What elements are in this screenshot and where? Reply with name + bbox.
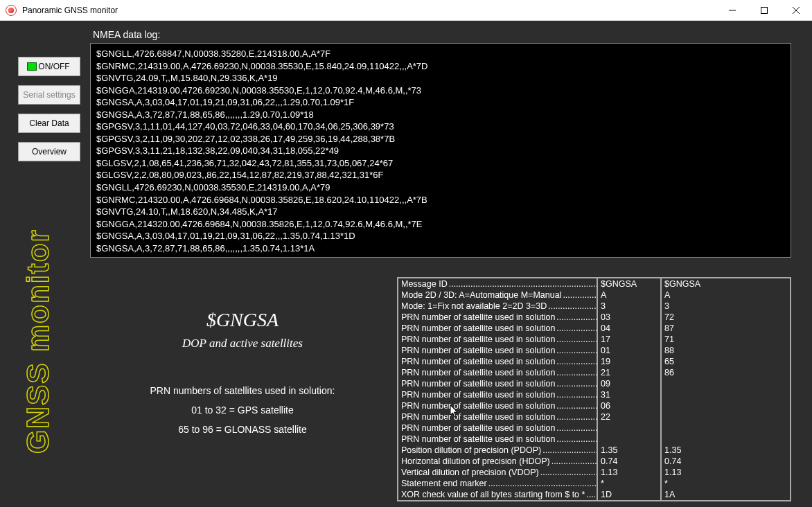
field-value-2: *	[662, 478, 790, 489]
field-value-1	[598, 434, 662, 445]
table-row: PRN number of satellite used in solution…	[398, 434, 790, 445]
window-title: Panoramic GNSS monitor	[22, 6, 118, 15]
table-row: PRN number of satellite used in solution…	[398, 312, 790, 323]
onoff-button[interactable]: ON/OFF	[18, 57, 80, 76]
field-value-2	[662, 389, 790, 400]
field-value-2	[662, 378, 790, 389]
leader-dots: ........................................…	[555, 423, 597, 434]
field-label-text: PRN number of satellite used in solution	[401, 411, 555, 423]
table-row: Mode 2D / 3D: A=Automatique M=Manual ...…	[398, 290, 790, 301]
message-fields-table: Message ID .............................…	[397, 277, 791, 501]
field-value-1: 03	[598, 312, 662, 323]
field-value-1: 1.13	[598, 467, 662, 478]
table-row: PRN number of satellite used in solution…	[398, 356, 790, 367]
leader-dots: ........................................…	[547, 301, 597, 312]
side-button-panel: ON/OFF Serial settings Clear Data Overvi…	[18, 57, 80, 161]
clear-data-label: Clear Data	[29, 118, 69, 128]
table-row: PRN number of satellite used in solution…	[398, 367, 790, 378]
window-titlebar: Panoramic GNSS monitor	[0, 0, 812, 21]
field-label-cell: PRN number of satellite used in solution…	[398, 323, 598, 334]
field-label-cell: XOR check value of all bytes starting fr…	[398, 489, 598, 500]
field-value-1: A	[598, 290, 662, 301]
field-value-2	[662, 434, 790, 445]
field-label-text: PRN number of satellite used in solution	[401, 334, 555, 345]
field-label-text: PRN number of satellite used in solution	[401, 378, 555, 389]
field-value-1: 19	[598, 356, 662, 367]
field-value-2: 86	[662, 367, 790, 378]
field-value-1: 09	[598, 378, 662, 389]
field-label-text: Mode: 1=Fix not available 2=2D 3=3D	[401, 301, 547, 312]
field-label-text: PRN number of satellite used in solution	[401, 389, 555, 400]
field-label-text: PRN number of satellite used in solution	[401, 323, 555, 334]
field-value-1: 1.35	[598, 445, 662, 456]
field-label-text: PRN number of satellite used in solution	[401, 345, 555, 356]
leader-dots: ........................................…	[539, 467, 597, 478]
table-row: PRN number of satellite used in solution…	[398, 334, 790, 345]
prn-note-block: PRN numbers of satellites used in soluti…	[104, 381, 381, 439]
field-label-text: Mode 2D / 3D: A=Automatique M=Manual	[401, 290, 561, 301]
field-value-2: 3	[662, 301, 790, 312]
field-value-2	[662, 411, 790, 423]
field-label-text: Position dilution of precision (PDOP)	[401, 445, 541, 456]
leader-dots: ........................................…	[555, 389, 597, 400]
nmea-log-section: NMEA data log: $GNGLL,4726.68847,N,00038…	[90, 29, 791, 258]
leader-dots: ........................................…	[555, 312, 597, 323]
app-body: ON/OFF Serial settings Clear Data Overvi…	[0, 21, 812, 507]
overview-label: Overview	[32, 147, 67, 157]
field-value-2: 1.35	[662, 445, 790, 456]
table-row: PRN number of satellite used in solution…	[398, 323, 790, 334]
serial-settings-button[interactable]: Serial settings	[18, 85, 80, 105]
field-value-2: A	[662, 290, 790, 301]
table-row: XOR check value of all bytes starting fr…	[398, 489, 790, 500]
window-close-button[interactable]	[780, 0, 812, 21]
table-row: PRN number of satellite used in solution…	[398, 400, 790, 411]
window-minimize-button[interactable]	[716, 0, 748, 21]
leader-dots: ........................................…	[555, 323, 597, 334]
table-row: Vertical dilution of precision (VDOP) ..…	[398, 467, 790, 478]
message-id-heading: $GNGSA	[104, 309, 381, 331]
leader-dots: ........................................…	[550, 456, 597, 467]
field-label-cell: PRN number of satellite used in solution…	[398, 434, 598, 445]
leader-dots: ........................................…	[555, 434, 597, 445]
field-label-cell: PRN number of satellite used in solution…	[398, 356, 598, 367]
field-label-cell: Statement end marker ...................…	[398, 478, 598, 489]
leader-dots: ........................................…	[555, 400, 597, 411]
field-label-cell: PRN number of satellite used in solution…	[398, 312, 598, 323]
field-label-text: PRN number of satellite used in solution	[401, 400, 555, 411]
onoff-label: ON/OFF	[38, 62, 69, 71]
app-icon	[6, 5, 17, 16]
serial-settings-label: Serial settings	[23, 90, 75, 100]
field-label-cell: PRN number of satellite used in solution…	[398, 389, 598, 400]
field-label-cell: PRN number of satellite used in solution…	[398, 367, 598, 378]
leader-dots: ........................................…	[561, 290, 597, 301]
field-label-text: PRN number of satellite used in solution	[401, 312, 555, 323]
message-description: DOP and active satellites	[104, 337, 381, 350]
field-value-2	[662, 400, 790, 411]
table-row: Statement end marker ...................…	[398, 478, 790, 489]
field-label-cell: PRN number of satellite used in solution…	[398, 334, 598, 345]
overview-button[interactable]: Overview	[18, 142, 80, 161]
field-label-cell: PRN number of satellite used in solution…	[398, 411, 598, 423]
field-label-text: Message ID	[401, 278, 448, 290]
field-value-1: 3	[598, 301, 662, 312]
table-row: Message ID .............................…	[398, 278, 790, 290]
field-value-1: 0.74	[598, 456, 662, 467]
table-row: Position dilution of precision (PDOP) ..…	[398, 445, 790, 456]
field-value-1: 22	[598, 411, 662, 423]
field-label-text: Statement end marker	[401, 478, 487, 489]
leader-dots: ........................................…	[555, 411, 597, 423]
field-value-1: 04	[598, 323, 662, 334]
prn-note-title: PRN numbers of satellites used in soluti…	[104, 381, 381, 400]
nmea-log-textarea[interactable]: $GNGLL,4726.68847,N,00038.35280,E,214318…	[90, 43, 791, 258]
field-label-text: XOR check value of all bytes starting fr…	[401, 489, 585, 500]
leader-dots: ........................................…	[448, 278, 597, 290]
window-maximize-button[interactable]	[748, 0, 780, 21]
field-value-2: 87	[662, 323, 790, 334]
field-value-1: $GNGSA	[598, 278, 662, 290]
leader-dots: ........................................…	[585, 489, 597, 500]
field-value-1: 21	[598, 367, 662, 378]
clear-data-button[interactable]: Clear Data	[18, 114, 80, 133]
leader-dots: ........................................…	[555, 334, 597, 345]
field-label-text: PRN number of satellite used in solution	[401, 423, 555, 434]
field-value-2	[662, 423, 790, 434]
